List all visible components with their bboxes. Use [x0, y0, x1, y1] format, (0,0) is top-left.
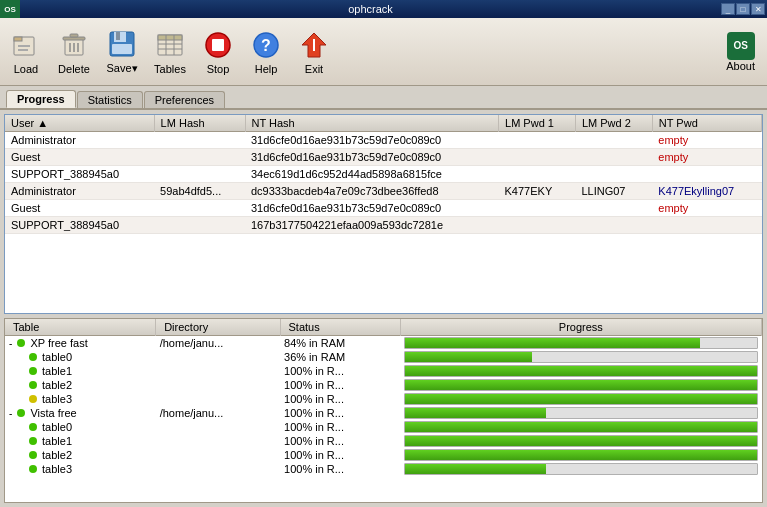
group-dir-cell: /home/janu... — [156, 336, 280, 351]
table-row[interactable]: Administrator 59ab4dfd5... dc9333bacdeb4… — [5, 183, 762, 200]
table-row[interactable]: Guest 31d6cfe0d16ae931b73c59d7e0c089c0 e… — [5, 200, 762, 217]
table-row[interactable]: SUPPORT_388945a0 167b3177504221efaa009a5… — [5, 217, 762, 234]
window-title: ophcrack — [20, 3, 721, 15]
child-name-cell: table3 — [5, 462, 156, 476]
tab-preferences[interactable]: Preferences — [144, 91, 225, 108]
tab-statistics[interactable]: Statistics — [77, 91, 143, 108]
child-name-cell: table2 — [5, 448, 156, 462]
load-label: Load — [14, 63, 38, 75]
list-item[interactable]: table3 100% in R... — [5, 392, 762, 406]
progress-fill — [405, 464, 546, 474]
child-dot — [29, 381, 37, 389]
group-dir-cell: /home/janu... — [156, 406, 280, 420]
delete-label: Delete — [58, 63, 90, 75]
progress-fill — [405, 436, 756, 446]
table-row[interactable]: SUPPORT_388945a0 34ec619d1d6c952d44ad589… — [5, 166, 762, 183]
maximize-button[interactable]: □ — [736, 3, 750, 15]
child-progress-cell — [400, 448, 761, 462]
group-dot — [17, 339, 25, 347]
minimize-button[interactable]: _ — [721, 3, 735, 15]
progress-bar — [404, 393, 757, 405]
tables-button[interactable]: Tables — [148, 25, 192, 79]
progress-bar — [404, 351, 757, 363]
progress-bar — [404, 449, 757, 461]
collapse-button[interactable]: - — [9, 408, 12, 419]
child-status-cell: 36% in RAM — [280, 350, 400, 364]
delete-button[interactable]: Delete — [52, 25, 96, 79]
exit-button[interactable]: Exit — [292, 25, 336, 79]
group-dot — [17, 409, 25, 417]
lm-hash-cell — [154, 217, 245, 234]
list-item[interactable]: table0 36% in RAM — [5, 350, 762, 364]
lm-pwd1-cell — [499, 166, 576, 183]
progress-fill — [405, 380, 756, 390]
group-progress-cell — [400, 336, 761, 351]
col-table: Table — [5, 319, 156, 336]
col-user[interactable]: User ▲ — [5, 115, 154, 132]
help-button[interactable]: ? Help — [244, 25, 288, 79]
progress-bar — [404, 379, 757, 391]
child-dot — [29, 353, 37, 361]
child-dir-cell — [156, 448, 280, 462]
list-item[interactable]: table0 100% in R... — [5, 420, 762, 434]
child-name-cell: table1 — [5, 364, 156, 378]
tab-progress[interactable]: Progress — [6, 90, 76, 108]
list-item[interactable]: table2 100% in R... — [5, 378, 762, 392]
child-dot — [29, 451, 37, 459]
col-nt-pwd[interactable]: NT Pwd — [652, 115, 761, 132]
lm-pwd2-cell — [575, 149, 652, 166]
progress-fill — [405, 338, 700, 348]
main-content: User ▲ LM Hash NT Hash LM Pwd 1 LM Pwd 2… — [0, 110, 767, 507]
list-item[interactable]: table2 100% in R... — [5, 448, 762, 462]
lm-pwd2-cell — [575, 132, 652, 149]
col-lm-pwd2[interactable]: LM Pwd 2 — [575, 115, 652, 132]
svg-rect-6 — [70, 34, 78, 37]
load-button[interactable]: Load — [4, 25, 48, 79]
save-button[interactable]: Save▾ — [100, 24, 144, 79]
group-status-cell: 100% in R... — [280, 406, 400, 420]
stop-label: Stop — [207, 63, 230, 75]
child-status-cell: 100% in R... — [280, 392, 400, 406]
child-name-cell: table0 — [5, 420, 156, 434]
user-table: User ▲ LM Hash NT Hash LM Pwd 1 LM Pwd 2… — [5, 115, 762, 234]
save-label: Save▾ — [106, 62, 137, 75]
list-item[interactable]: table1 100% in R... — [5, 364, 762, 378]
user-cell: SUPPORT_388945a0 — [5, 166, 154, 183]
tables-label: Tables — [154, 63, 186, 75]
lm-pwd1-cell — [499, 200, 576, 217]
close-button[interactable]: ✕ — [751, 3, 765, 15]
child-progress-cell — [400, 392, 761, 406]
child-dir-cell — [156, 462, 280, 476]
stop-icon — [202, 29, 234, 61]
nt-hash-cell: dc9333bacdeb4a7e09c73dbee36ffed8 — [245, 183, 499, 200]
child-status-cell: 100% in R... — [280, 378, 400, 392]
help-label: Help — [255, 63, 278, 75]
save-icon — [106, 28, 138, 60]
child-dot — [29, 465, 37, 473]
lm-pwd2-cell — [575, 200, 652, 217]
table-row[interactable]: Guest 31d6cfe0d16ae931b73c59d7e0c089c0 e… — [5, 149, 762, 166]
exit-icon — [298, 29, 330, 61]
list-item[interactable]: table1 100% in R... — [5, 434, 762, 448]
list-item[interactable]: table3 100% in R... — [5, 462, 762, 476]
collapse-button[interactable]: - — [9, 338, 12, 349]
col-nt-hash[interactable]: NT Hash — [245, 115, 499, 132]
progress-bar — [404, 463, 757, 475]
about-button[interactable]: OS About — [718, 28, 763, 76]
col-lm-hash[interactable]: LM Hash — [154, 115, 245, 132]
user-cell: Guest — [5, 200, 154, 217]
group-status-cell: 84% in RAM — [280, 336, 400, 351]
child-dir-cell — [156, 420, 280, 434]
col-lm-pwd1[interactable]: LM Pwd 1 — [499, 115, 576, 132]
lm-pwd1-cell — [499, 217, 576, 234]
progress-fill — [405, 450, 756, 460]
progress-fill — [405, 366, 756, 376]
nt-hash-cell: 31d6cfe0d16ae931b73c59d7e0c089c0 — [245, 132, 499, 149]
group-row: - Vista free /home/janu... 100% in R... — [5, 406, 762, 420]
group-name-cell: - XP free fast — [5, 336, 156, 351]
stop-button[interactable]: Stop — [196, 25, 240, 79]
progress-fill — [405, 422, 756, 432]
toolbar: Load Delete Save▾ — [0, 18, 767, 86]
table-row[interactable]: Administrator 31d6cfe0d16ae931b73c59d7e0… — [5, 132, 762, 149]
child-status-cell: 100% in R... — [280, 364, 400, 378]
